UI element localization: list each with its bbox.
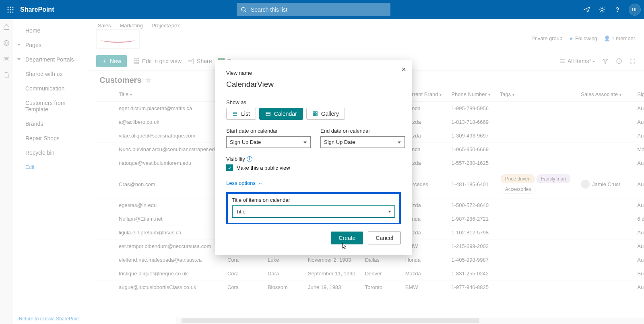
user-avatar[interactable]: HL (629, 4, 641, 16)
svg-rect-35 (316, 112, 317, 113)
close-icon[interactable]: ✕ (401, 66, 407, 73)
svg-point-9 (242, 7, 245, 11)
view-name-input[interactable] (226, 78, 401, 91)
show-as-calendar[interactable]: Calendar (259, 108, 303, 120)
search-box[interactable] (237, 3, 390, 16)
show-as-gallery[interactable]: Gallery (306, 108, 345, 120)
svg-rect-34 (313, 112, 315, 113)
title-items-label: Title of items on calendar (232, 197, 395, 203)
show-as-list[interactable]: List (226, 108, 256, 120)
svg-point-0 (8, 7, 9, 8)
svg-point-12 (617, 11, 617, 12)
gear-icon[interactable] (598, 6, 606, 14)
brand-label: SharePoint (20, 6, 54, 13)
create-view-dialog: ✕ View name Show as List Calendar Galler… (215, 60, 412, 255)
search-input[interactable] (251, 6, 386, 13)
cancel-button[interactable]: Cancel (368, 232, 401, 244)
svg-point-11 (601, 8, 603, 10)
svg-point-5 (12, 9, 14, 10)
svg-point-2 (12, 7, 14, 8)
svg-rect-37 (316, 114, 317, 116)
visibility-info-icon[interactable]: i (247, 156, 252, 162)
svg-rect-36 (313, 114, 315, 116)
svg-point-3 (8, 9, 9, 10)
app-launcher[interactable] (4, 3, 17, 16)
view-name-label: View name (226, 70, 401, 76)
search-icon (241, 6, 247, 13)
create-button[interactable]: Create (331, 232, 363, 244)
svg-point-7 (10, 12, 11, 13)
show-as-label: Show as (226, 99, 401, 105)
visibility-label: Visibility (226, 156, 245, 162)
suite-header: SharePoint HL (0, 0, 644, 19)
public-view-checkbox[interactable]: ✓Make this a public view (226, 164, 401, 171)
svg-rect-32 (266, 112, 270, 116)
end-date-label: End date on calendar (320, 128, 405, 134)
end-date-select[interactable]: Sign Up Date (320, 136, 405, 148)
svg-point-4 (10, 9, 11, 10)
svg-point-8 (12, 12, 14, 13)
title-of-items-section: Title of items on calendar Title (226, 192, 401, 224)
svg-line-10 (245, 10, 246, 12)
less-options-toggle[interactable]: Less options ︿ (226, 179, 401, 187)
help-icon[interactable] (613, 6, 621, 14)
svg-point-1 (10, 7, 11, 8)
svg-point-6 (8, 12, 9, 13)
start-date-label: Start date on calendar (226, 128, 311, 134)
start-date-select[interactable]: Sign Up Date (226, 136, 311, 148)
send-icon[interactable] (583, 6, 591, 14)
title-items-select[interactable]: Title (232, 205, 395, 218)
